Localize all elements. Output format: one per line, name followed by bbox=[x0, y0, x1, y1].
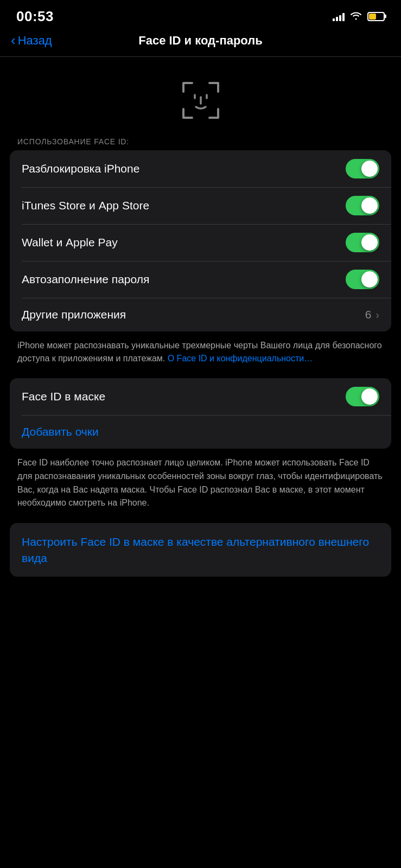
nav-title: Face ID и код-пароль bbox=[138, 34, 263, 48]
face-id-privacy-link[interactable]: О Face ID и конфиденциальности… bbox=[168, 354, 313, 363]
itunes-appstore-toggle[interactable] bbox=[346, 196, 379, 215]
status-icons bbox=[333, 10, 385, 23]
face-id-mask-toggle[interactable] bbox=[346, 387, 379, 406]
autofill-label: Автозаполнение пароля bbox=[22, 273, 149, 286]
face-id-description: iPhone может распознавать уникальные тре… bbox=[0, 331, 401, 378]
iphone-unlock-toggle[interactable] bbox=[346, 159, 379, 178]
face-id-mask-toggle-knob bbox=[361, 388, 378, 405]
mask-description: Face ID наиболее точно распознает лицо ц… bbox=[0, 449, 401, 523]
section-label: ИСПОЛЬЗОВАНИЕ FACE ID: bbox=[0, 137, 401, 150]
wallet-pay-label: Wallet и Apple Pay bbox=[22, 236, 118, 249]
face-id-mask-label: Face ID в маске bbox=[22, 390, 105, 403]
configure-row[interactable]: Настроить Face ID в маске в качестве аль… bbox=[10, 523, 391, 577]
other-apps-label: Другие приложения bbox=[22, 308, 126, 321]
wallet-pay-toggle-knob bbox=[361, 234, 378, 251]
other-apps-right: 6 › bbox=[365, 308, 379, 321]
configure-label: Настроить Face ID в маске в качестве аль… bbox=[22, 534, 379, 566]
status-time: 00:53 bbox=[16, 8, 54, 25]
wallet-pay-toggle[interactable] bbox=[346, 233, 379, 252]
add-glasses-label: Добавить очки bbox=[22, 425, 99, 438]
wallet-pay-row[interactable]: Wallet и Apple Pay bbox=[10, 224, 391, 261]
autofill-toggle-knob bbox=[361, 271, 378, 288]
nav-bar: ‹ Назад Face ID и код-пароль bbox=[0, 29, 401, 56]
iphone-unlock-label: Разблокировка iPhone bbox=[22, 162, 139, 175]
back-label: Назад bbox=[18, 34, 52, 48]
configure-card: Настроить Face ID в маске в качестве аль… bbox=[10, 523, 391, 577]
status-bar: 00:53 bbox=[0, 0, 401, 29]
face-id-mask-row[interactable]: Face ID в маске bbox=[10, 378, 391, 415]
itunes-appstore-row[interactable]: iTunes Store и App Store bbox=[10, 187, 391, 224]
iphone-unlock-toggle-knob bbox=[361, 161, 378, 177]
iphone-unlock-row[interactable]: Разблокировка iPhone bbox=[10, 150, 391, 187]
face-id-settings-card: Разблокировка iPhone iTunes Store и App … bbox=[10, 150, 391, 331]
other-apps-chevron-icon: › bbox=[375, 309, 379, 321]
content: ИСПОЛЬЗОВАНИЕ FACE ID: Разблокировка iPh… bbox=[0, 57, 401, 577]
itunes-appstore-label: iTunes Store и App Store bbox=[22, 199, 149, 212]
wifi-icon bbox=[350, 10, 362, 23]
face-id-icon bbox=[179, 79, 222, 122]
back-chevron-icon: ‹ bbox=[11, 33, 16, 47]
other-apps-row[interactable]: Другие приложения 6 › bbox=[10, 298, 391, 331]
mask-settings-card: Face ID в маске Добавить очки bbox=[10, 378, 391, 449]
autofill-row[interactable]: Автозаполнение пароля bbox=[10, 261, 391, 298]
itunes-appstore-toggle-knob bbox=[361, 197, 378, 214]
other-apps-value: 6 bbox=[365, 308, 372, 321]
autofill-toggle[interactable] bbox=[346, 270, 379, 289]
back-button[interactable]: ‹ Назад bbox=[11, 34, 52, 48]
battery-icon bbox=[367, 12, 385, 21]
signal-icon bbox=[333, 11, 345, 21]
face-id-icon-area bbox=[0, 57, 401, 137]
add-glasses-row[interactable]: Добавить очки bbox=[10, 415, 391, 449]
